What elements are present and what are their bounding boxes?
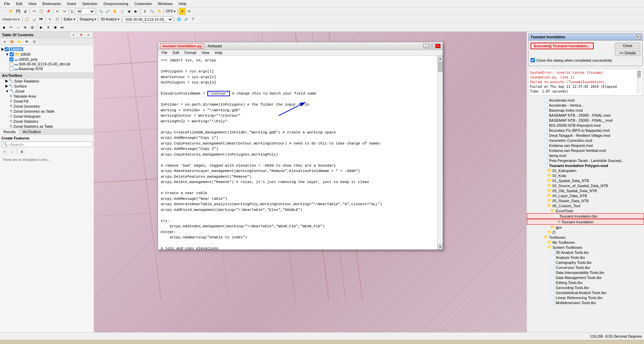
notepad-menu-format[interactable]: Format bbox=[183, 50, 198, 55]
analyst-btn[interactable]: 3D Analyst ▾ bbox=[100, 16, 120, 23]
file-tree-item[interactable]: 📁Z\ bbox=[527, 230, 644, 235]
basemap-checkbox[interactable] bbox=[9, 67, 13, 71]
file-tree-item[interactable]: 📁06_Custom_Tool bbox=[527, 203, 644, 208]
scroll-thumb[interactable] bbox=[438, 62, 443, 72]
sketch-btn[interactable]: ✏ bbox=[8, 24, 14, 31]
redo-btn[interactable]: ↪ bbox=[61, 8, 68, 15]
menu-selection[interactable]: Selection bbox=[80, 1, 100, 6]
toolbox-zonal-histogram[interactable]: ⚙ Zonal Histogram bbox=[8, 114, 94, 119]
remove-feature-btn[interactable]: − bbox=[9, 149, 15, 155]
toc-options-btn[interactable]: ▾ bbox=[70, 33, 77, 37]
pan-btn[interactable]: ✋ bbox=[111, 8, 118, 15]
menu-file[interactable]: File bbox=[1, 1, 13, 6]
file-tree-item[interactable]: ⚙Tsunami Inundation bbox=[527, 219, 644, 225]
organize-btn[interactable]: ⚙ bbox=[18, 149, 25, 155]
toolbox-solar-radiation[interactable]: ▶ 🔧 Solar Radiation bbox=[4, 78, 94, 83]
menu-view[interactable]: View bbox=[26, 1, 39, 6]
file-tree-item[interactable]: 📁03_Old_Spatial_Data_NTB bbox=[527, 188, 644, 193]
arctoolbox-tab[interactable]: ArcToolbox bbox=[19, 129, 45, 134]
file-tree-item[interactable]: 📄Peta Pergerakan Tanah - Landslide Susce… bbox=[527, 158, 644, 163]
editor-btn[interactable]: ✏ bbox=[186, 8, 193, 15]
notepad-menu-edit[interactable]: Edit bbox=[171, 50, 181, 55]
layer-combo[interactable]: S08-30-00_E119-15-00_dtr... bbox=[123, 16, 173, 22]
open-btn[interactable]: 📂 bbox=[8, 8, 14, 15]
file-tree-item[interactable]: 📁04_Layer_Data_NTB bbox=[527, 193, 644, 198]
file-tree-item[interactable]: 📁02_Kota bbox=[527, 173, 644, 178]
file-tree-item[interactable]: 📄Basemap Index.mxd bbox=[527, 108, 644, 113]
toolbox-zonal[interactable]: ▼ 🔧 Zonal bbox=[4, 89, 94, 94]
toc-draw-btn[interactable]: 🎨 bbox=[9, 39, 15, 44]
file-tree-item[interactable]: 📄Accelerate.mxd bbox=[527, 98, 644, 103]
notepad-menu-view[interactable]: View bbox=[200, 50, 212, 55]
notepad-close-btn[interactable]: ✕ bbox=[435, 44, 441, 48]
toc-pin-btn[interactable]: 📌 bbox=[78, 33, 84, 37]
layers-checkbox[interactable] bbox=[5, 47, 9, 51]
file-tree-item[interactable]: 📄Data Management Tools.tbx bbox=[527, 275, 644, 280]
forward-btn[interactable]: ⏭ bbox=[59, 24, 66, 31]
file-tree-item[interactable]: 📄Conversion Tools.tbx bbox=[527, 265, 644, 270]
notepad-maximize-btn[interactable]: □ bbox=[429, 44, 435, 48]
toolbox-tabulate-area[interactable]: ⚙ Tabulate Area bbox=[8, 94, 94, 99]
notepad-code[interactable]: >>> import sys, os, arcpy InPolygons = s… bbox=[158, 56, 437, 249]
add-data-btn[interactable]: + bbox=[179, 8, 186, 15]
file-tree-item[interactable]: 📄Boundary Fix (BPS to Bappeda).mxd bbox=[527, 128, 644, 133]
error-scroll-thumb[interactable] bbox=[638, 71, 641, 77]
file-tree-item[interactable]: 📄3D Analyst Tools.tbx bbox=[527, 250, 644, 255]
record-btn[interactable]: ⏺ bbox=[52, 24, 59, 31]
toc-btn[interactable]: 📋 bbox=[23, 16, 30, 23]
toc-source-btn[interactable]: 📁 bbox=[16, 39, 23, 44]
file-tree-item[interactable]: 📄Editing Tools.tbx bbox=[527, 280, 644, 285]
toolbox-zonal-statistics-table[interactable]: ⚙ Zonal Statistics as Table bbox=[8, 124, 94, 129]
close-dialog-btn[interactable]: Close bbox=[615, 43, 640, 49]
toolbox-zonal-fill[interactable]: ⚙ Zonal Fill bbox=[8, 99, 94, 104]
menu-geoprocessing[interactable]: Geoprocessing bbox=[101, 1, 131, 6]
editor-dropdown[interactable]: Editor ▾ bbox=[63, 16, 76, 23]
toc-item-s0830poly[interactable]: ▬ s0830_poly bbox=[8, 57, 94, 62]
toc-close-btn[interactable]: ✕ bbox=[85, 33, 92, 37]
undo-btn[interactable]: ↩ bbox=[54, 8, 61, 15]
file-tree-item[interactable]: 📄Kodama-san Request Vertikal.mxd bbox=[527, 148, 644, 153]
xtools-btn[interactable]: XTools Pro ▾ bbox=[1, 16, 21, 23]
details-dialog-btn[interactable]: << Details bbox=[615, 50, 640, 56]
stop-btn[interactable]: ⏸ bbox=[45, 24, 52, 31]
file-tree-item[interactable]: 📄BIG-25000-NTB-Reproject.mxd bbox=[527, 123, 644, 128]
file-tree-item[interactable]: 📁gps bbox=[527, 225, 644, 230]
measure-btn[interactable]: 📏 bbox=[156, 8, 162, 15]
file-tree-item[interactable]: 📁My Toolboxes bbox=[527, 240, 644, 245]
toolbox-zonal-geometry[interactable]: ⚙ Zonal Geometry bbox=[8, 104, 94, 109]
zoom-in-btn[interactable]: 🔍 bbox=[97, 8, 104, 15]
menu-windows[interactable]: Windows bbox=[155, 1, 176, 6]
link-btn[interactable]: 🔗 bbox=[183, 16, 189, 23]
menu-help[interactable]: Help bbox=[176, 1, 189, 6]
s0830-checkbox[interactable] bbox=[10, 52, 14, 56]
gps-btn[interactable]: GPS ▾ bbox=[165, 8, 177, 15]
select-btn[interactable]: ↖ bbox=[47, 16, 53, 23]
toc-list-btn[interactable]: ≡ bbox=[1, 39, 8, 44]
copy-btn[interactable]: 📋 bbox=[38, 8, 45, 15]
file-tree-item[interactable]: 📁01_Spatial_Data_NTB bbox=[527, 178, 644, 183]
close-checkbox[interactable] bbox=[531, 58, 535, 62]
full-extent-btn[interactable]: ⬜ bbox=[118, 8, 125, 15]
file-tree-item[interactable]: 📄Data Interoperability Tools.tbx bbox=[527, 270, 644, 275]
add-feature-btn[interactable]: + bbox=[1, 149, 8, 155]
file-tree-item[interactable]: 📁Toolboxes bbox=[527, 235, 644, 240]
file-tree-item[interactable]: 📄Tsunami Inundation Polygon.mxd bbox=[527, 163, 644, 168]
file-tree-item[interactable]: 📄Desa Tangguh - Resilient Village.mxd bbox=[527, 133, 644, 138]
file-tree-item[interactable]: 📄BASEMAP NTB - 25000 - FINAL.mxd bbox=[527, 113, 644, 118]
clear-selection-btn[interactable]: ☐ bbox=[54, 16, 60, 23]
dtm-checkbox[interactable] bbox=[9, 62, 13, 66]
overview-btn[interactable]: 🗺 bbox=[38, 16, 44, 23]
file-tree-item[interactable]: 📄Geocoding Tools.tbx bbox=[527, 285, 644, 290]
s0830poly-checkbox[interactable] bbox=[9, 57, 13, 61]
toc-item-dtm[interactable]: ▬ S08-30-00_E119-15-00_dtm.bil bbox=[8, 62, 94, 66]
results-tab[interactable]: Results bbox=[0, 129, 19, 134]
scale-combo[interactable]: 80 bbox=[75, 8, 95, 14]
menu-insert[interactable]: Insert bbox=[64, 1, 79, 6]
file-tree-item[interactable]: 📁ExcelTools bbox=[527, 208, 644, 213]
reshape-btn[interactable]: ↔ bbox=[15, 24, 21, 31]
toolbox-zonal-geometry-table[interactable]: ⚙ Zonal Geometry as Table bbox=[8, 109, 94, 114]
file-tree-item[interactable]: 📁System Toolboxes bbox=[527, 245, 644, 250]
save-btn[interactable]: 💾 bbox=[15, 8, 21, 15]
file-tree-item[interactable]: 📄Geometric Correction.mxd bbox=[527, 138, 644, 143]
scroll-down-btn[interactable]: ▼ bbox=[438, 244, 443, 249]
